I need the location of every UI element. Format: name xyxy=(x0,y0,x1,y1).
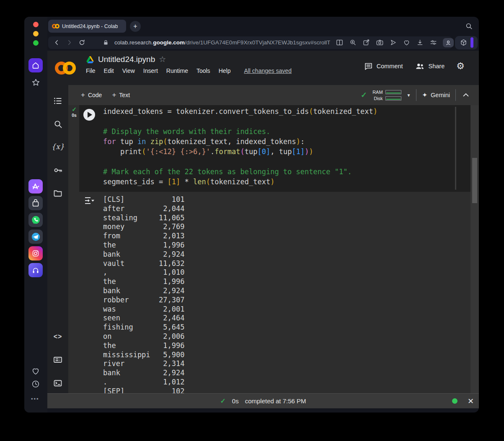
output-toggle-icon[interactable] xyxy=(84,196,95,205)
cell-output[interactable]: [CLS]101after2,044stealing11,065money2,7… xyxy=(103,195,184,393)
ram-usage-bar xyxy=(385,90,401,94)
screen: ••• Untitled24.ipynb - Colab + xyxy=(0,0,504,441)
menu-help[interactable]: Help xyxy=(219,67,231,74)
app-icon-appstore-bag[interactable] xyxy=(28,196,43,210)
output-row: [SEP]102 xyxy=(103,387,184,393)
browser-window: ••• Untitled24.ipynb - Colab + xyxy=(24,17,479,413)
app-icon-arc[interactable] xyxy=(28,179,43,193)
colab-app: Untitled24.ipynb ☆ File Edit View Insert… xyxy=(47,51,479,408)
star-notebook-icon[interactable]: ☆ xyxy=(159,54,166,64)
output-row: seen2,464 xyxy=(103,314,184,323)
menu-view[interactable]: View xyxy=(122,67,135,74)
output-row: [CLS]101 xyxy=(103,195,184,204)
favorite-heart-icon[interactable] xyxy=(403,39,411,46)
new-tab-button[interactable]: + xyxy=(130,21,141,32)
sidebar-toggle-pill xyxy=(470,37,473,48)
tab-bar: Untitled24.ipynb - Colab + xyxy=(47,17,479,36)
extensions-cluster[interactable] xyxy=(455,36,478,49)
command-palette-icon[interactable] xyxy=(52,354,64,366)
terminal-icon[interactable] xyxy=(52,377,64,389)
app-icon-telegram[interactable] xyxy=(28,230,43,244)
gemini-button[interactable]: ✦Gemini xyxy=(422,91,450,99)
notebook-scrollbar-thumb[interactable] xyxy=(472,158,477,203)
share-send-icon[interactable] xyxy=(389,39,397,46)
output-row: bank2,924 xyxy=(103,286,184,296)
app-icon-whatsapp[interactable] xyxy=(28,213,43,227)
colab-header: Untitled24.ipynb ☆ File Edit View Insert… xyxy=(47,51,479,85)
status-check-icon: ✓ xyxy=(220,397,225,405)
history-clock-icon[interactable] xyxy=(31,379,40,389)
plus-icon: + xyxy=(133,23,137,30)
gemini-star-icon: ✦ xyxy=(422,91,427,99)
minimize-window-button[interactable] xyxy=(33,31,39,36)
more-options-icon[interactable]: ••• xyxy=(31,396,39,402)
variables-icon[interactable]: {x} xyxy=(52,141,64,152)
forward-icon[interactable] xyxy=(66,39,73,46)
menu-runtime[interactable]: Runtime xyxy=(166,67,188,74)
maximize-window-button[interactable] xyxy=(33,40,39,46)
browser-tab[interactable]: Untitled24.ipynb - Colab xyxy=(48,20,126,33)
output-row: stealing11,065 xyxy=(103,214,184,223)
output-row: from2,013 xyxy=(103,232,184,241)
runtime-connected-check-icon: ✓ xyxy=(361,90,367,100)
cell-scrollbar[interactable] xyxy=(455,107,456,190)
code-snippets-icon[interactable]: <> xyxy=(52,331,64,343)
output-row: was2,001 xyxy=(103,305,184,314)
play-icon xyxy=(88,112,92,118)
menu-edit[interactable]: Edit xyxy=(104,67,114,74)
screenshot-camera-icon[interactable] xyxy=(376,39,384,46)
runtime-dropdown-caret[interactable]: ▼ xyxy=(407,93,411,98)
reload-icon[interactable] xyxy=(78,39,85,46)
reader-view-icon[interactable] xyxy=(336,39,344,46)
output-row: fishing5,645 xyxy=(103,323,184,332)
table-of-contents-icon[interactable] xyxy=(52,95,64,107)
lock-icon xyxy=(103,39,109,46)
url-text: colab.research.google.com/drive/1UFGA74E… xyxy=(114,39,330,46)
comment-button[interactable]: Comment xyxy=(364,62,403,71)
add-text-button[interactable]: +Text xyxy=(112,91,130,99)
url-row: colab.research.google.com/drive/1UFGA74E… xyxy=(47,36,479,51)
drive-icon xyxy=(86,55,94,64)
zoom-in-icon[interactable] xyxy=(349,39,357,46)
tune-sliders-icon[interactable] xyxy=(429,39,437,46)
resource-monitor[interactable]: RAM Disk xyxy=(372,90,401,101)
secrets-key-icon[interactable] xyxy=(52,164,64,176)
connection-status-dot xyxy=(452,398,457,404)
output-row: .1,012 xyxy=(103,378,184,387)
close-window-button[interactable] xyxy=(33,22,39,27)
output-row: river2,314 xyxy=(103,359,184,369)
menu-insert[interactable]: Insert xyxy=(143,67,158,74)
extension-cube-icon xyxy=(460,39,468,46)
back-icon[interactable] xyxy=(53,39,60,46)
code-editor[interactable]: indexed_tokens = tokenizer.convert_token… xyxy=(103,106,453,187)
autosave-status[interactable]: All changes saved xyxy=(244,67,292,74)
notebook-title[interactable]: Untitled24.ipynb xyxy=(98,55,155,64)
output-row: after2,044 xyxy=(103,204,184,214)
close-status-icon[interactable]: ✕ xyxy=(468,397,474,406)
download-icon[interactable] xyxy=(416,39,424,46)
tab-search-icon[interactable] xyxy=(465,22,473,30)
colab-logo[interactable] xyxy=(55,61,78,75)
colab-favicon xyxy=(52,24,59,28)
share-button[interactable]: Share xyxy=(415,62,445,70)
notebook-toolbar: +Code +Text ✓ RAM Disk ▼ ✦Gemini xyxy=(68,85,479,105)
collapse-toolbar-icon[interactable] xyxy=(461,90,470,100)
code-cell[interactable]: indexed_tokens = tokenizer.convert_token… xyxy=(79,105,470,192)
add-code-button[interactable]: +Code xyxy=(81,91,102,99)
run-cell-button[interactable] xyxy=(83,109,95,121)
find-replace-icon[interactable] xyxy=(52,118,64,130)
notebook-scrollbar-track[interactable] xyxy=(470,105,479,393)
profile-button[interactable] xyxy=(443,38,454,47)
colab-left-rail: {x} <> xyxy=(47,85,68,393)
app-icon-music-headphones[interactable] xyxy=(28,263,43,277)
address-bar[interactable]: colab.research.google.com/drive/1UFGA74E… xyxy=(48,36,452,49)
heart-icon[interactable] xyxy=(31,366,40,376)
files-folder-icon[interactable] xyxy=(52,187,64,199)
edit-page-icon[interactable] xyxy=(362,39,370,46)
home-button[interactable] xyxy=(28,58,43,72)
menu-file[interactable]: File xyxy=(86,67,96,74)
settings-gear-icon[interactable]: ⚙ xyxy=(456,62,465,71)
app-icon-instagram[interactable] xyxy=(28,246,43,260)
menu-tools[interactable]: Tools xyxy=(196,67,210,74)
favorites-star-icon[interactable] xyxy=(31,78,41,88)
